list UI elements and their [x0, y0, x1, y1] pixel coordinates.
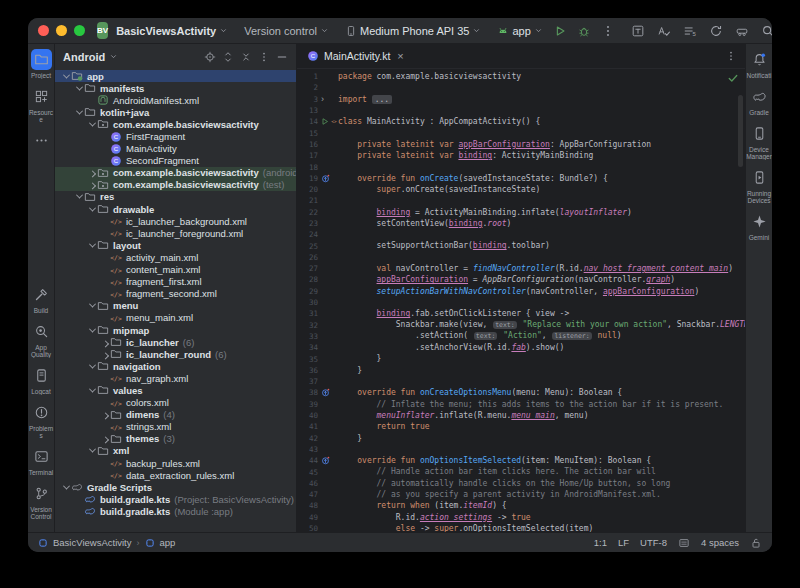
more-actions-icon[interactable]: [601, 24, 615, 38]
minimize-window-button[interactable]: [56, 25, 67, 36]
code-line-42[interactable]: 42 }: [297, 433, 745, 444]
code-line-46[interactable]: 46 // automatically handle clicks on the…: [297, 478, 745, 489]
code-line-27[interactable]: 27 val navController = findNavController…: [297, 263, 745, 274]
code-line-37[interactable]: 37: [297, 376, 745, 387]
stripe-item-gemini[interactable]: Gemini: [746, 211, 773, 241]
stripe-item-device-manager[interactable]: Device Manager: [746, 123, 773, 160]
tree-item-themes[interactable]: themes(3): [55, 433, 296, 445]
fold-arrow-icon[interactable]: ›: [321, 95, 324, 104]
tree-toggle-icon[interactable]: [100, 412, 110, 417]
search-everywhere-icon[interactable]: [761, 24, 772, 38]
stripe-item-project[interactable]: Project: [28, 49, 55, 79]
close-window-button[interactable]: [38, 25, 49, 36]
tree-item-firstfragment[interactable]: CFirstFragment: [55, 130, 296, 142]
editor-tab-options-icon[interactable]: [725, 50, 737, 62]
stripe-item-version-control[interactable]: Version Control: [28, 483, 55, 520]
code-line-2[interactable]: 2: [297, 82, 745, 93]
code-line-48[interactable]: 48 return when (item.itemId) {: [297, 500, 745, 511]
tree-item-kotlin-java[interactable]: kotlin+java: [55, 106, 296, 118]
tree-item-gradle-scripts[interactable]: Gradle Scripts: [55, 481, 296, 493]
tree-item-com-example-basicviewsactivity[interactable]: com.example.basicviewsactivity: [55, 118, 296, 130]
code-line-14[interactable]: 14<>class MainActivity : AppCompatActivi…: [297, 116, 745, 127]
tree-item-menu[interactable]: menu: [55, 300, 296, 312]
project-selector[interactable]: BasicViewsActivity: [116, 25, 228, 37]
tree-toggle-icon[interactable]: [87, 388, 97, 393]
tree-item-data-extraction-rules-xml[interactable]: </>data_extraction_rules.xml: [55, 469, 296, 481]
code-line-31[interactable]: 31 binding.fab.setOnClickListener { view…: [297, 308, 745, 319]
code-editor[interactable]: 1package com.example.basicviewsactivity2…: [297, 69, 745, 532]
run-config-selector[interactable]: app: [497, 25, 542, 37]
code-line-36[interactable]: 36 }: [297, 365, 745, 376]
tree-toggle-icon[interactable]: [61, 74, 71, 79]
code-line-30[interactable]: 30: [297, 297, 745, 308]
tree-toggle-icon[interactable]: [100, 352, 110, 357]
code-line-33[interactable]: 33 .setAction( text: "Action", listener:…: [297, 331, 745, 342]
stripe-item-app-quality-insights[interactable]: App Quality In: [28, 321, 55, 358]
code-line-23[interactable]: 23 setContentView(binding.root): [297, 218, 745, 229]
unlocked-icon[interactable]: [750, 537, 762, 549]
stripe-item-logcat[interactable]: Logcat: [28, 365, 55, 395]
maximize-window-button[interactable]: [74, 25, 85, 36]
stripe-item-terminal[interactable]: Terminal: [28, 446, 55, 476]
code-line-19[interactable]: 19 override fun onCreate(savedInstanceSt…: [297, 173, 745, 184]
overriding-method-icon[interactable]: [321, 388, 330, 397]
code-line-35[interactable]: 35 }: [297, 353, 745, 364]
tree-item-menu-main-xml[interactable]: </>menu_main.xml: [55, 312, 296, 324]
collapse-all-icon[interactable]: [240, 51, 252, 63]
tree-item-strings-xml[interactable]: </>strings.xml: [55, 421, 296, 433]
code-line-40[interactable]: 40 menuInflater.inflate(R.menu.menu_main…: [297, 410, 745, 421]
tree-item-xml[interactable]: xml: [55, 445, 296, 457]
code-line-38[interactable]: 38 override fun onCreateOptionsMenu(menu…: [297, 387, 745, 398]
code-line-34[interactable]: 34 .setAnchorView(R.id.fab).show(): [297, 342, 745, 353]
tree-item-res[interactable]: res: [55, 191, 296, 203]
tree-toggle-icon[interactable]: [87, 182, 97, 187]
tree-item-values[interactable]: values: [55, 384, 296, 396]
tree-item-ic-launcher-background-xml[interactable]: </>ic_launcher_background.xml: [55, 215, 296, 227]
tree-toggle-icon[interactable]: [87, 207, 97, 212]
stripe-item-problems[interactable]: Problems: [28, 402, 55, 439]
tree-item-ic-launcher-round[interactable]: ic_launcher_round(6): [55, 348, 296, 360]
project-view-selector[interactable]: Android: [63, 51, 105, 63]
code-line-39[interactable]: 39 // Inflate the menu; this adds items …: [297, 399, 745, 410]
code-line-29[interactable]: 29 setupActionBarWithNavController(navCo…: [297, 286, 745, 297]
code-line-43[interactable]: 43: [297, 444, 745, 455]
code-line-45[interactable]: 45 // Handle action bar item clicks here…: [297, 466, 745, 477]
code-line-16[interactable]: 16 private lateinit var appBarConfigurat…: [297, 139, 745, 150]
code-line-17[interactable]: 17 private lateinit var binding: Activit…: [297, 150, 745, 161]
tree-item-layout[interactable]: layout: [55, 239, 296, 251]
tree-item-androidmanifest-xml[interactable]: AndroidManifest.xml: [55, 94, 296, 106]
file-encoding[interactable]: UTF-8: [640, 537, 667, 548]
debug-button[interactable]: [577, 24, 591, 38]
tree-item-navigation[interactable]: navigation: [55, 360, 296, 372]
tree-toggle-icon[interactable]: [87, 170, 97, 175]
tree-item-ic-launcher[interactable]: ic_launcher(6): [55, 336, 296, 348]
tab-mainactivity[interactable]: C MainActivity.kt ×: [297, 44, 414, 68]
tree-item-manifests[interactable]: manifests: [55, 82, 296, 94]
tree-item-fragment-second-xml[interactable]: </>fragment_second.xml: [55, 288, 296, 300]
hide-panel-icon[interactable]: [276, 51, 288, 63]
tree-toggle-icon[interactable]: [87, 364, 97, 369]
tree-toggle-icon[interactable]: [74, 194, 84, 199]
code-line-32[interactable]: 32 Snackbar.make(view, text: "Replace wi…: [297, 320, 745, 331]
expand-all-icon[interactable]: [222, 51, 234, 63]
stripe-item-gradle[interactable]: Gradle: [746, 86, 773, 116]
line-ending[interactable]: LF: [618, 537, 629, 548]
stripe-item-more-tool-windows[interactable]: [28, 130, 55, 151]
code-line-1[interactable]: 1package com.example.basicviewsactivity: [297, 71, 745, 82]
tree-item-colors-xml[interactable]: </>colors.xml: [55, 397, 296, 409]
stripe-item-build[interactable]: Build: [28, 284, 55, 314]
run-button[interactable]: [553, 24, 567, 38]
code-line-24[interactable]: 24: [297, 229, 745, 240]
code-line-41[interactable]: 41 return true: [297, 421, 745, 432]
code-line-13[interactable]: 13: [297, 105, 745, 116]
tree-toggle-icon[interactable]: [87, 328, 97, 333]
breadcrumb-module[interactable]: app: [160, 537, 176, 548]
stripe-item-notifications[interactable]: Notificati: [746, 49, 773, 79]
caret-position[interactable]: 1:1: [594, 537, 607, 548]
todo-list-icon[interactable]: 5: [683, 24, 697, 38]
tree-toggle-icon[interactable]: [87, 243, 97, 248]
tree-item-app[interactable]: app: [55, 70, 296, 82]
code-line-21[interactable]: 21: [297, 195, 745, 206]
tree-item-secondfragment[interactable]: CSecondFragment: [55, 155, 296, 167]
tree-item-fragment-first-xml[interactable]: </>fragment_first.xml: [55, 276, 296, 288]
